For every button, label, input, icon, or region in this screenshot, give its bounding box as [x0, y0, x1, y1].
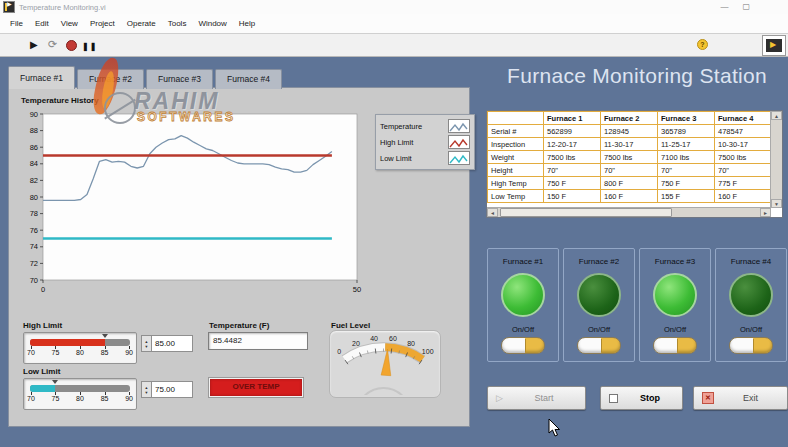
menu-project[interactable]: Project — [84, 19, 121, 28]
window-title: Temperature Monitoring.vi — [19, 3, 106, 12]
svg-text:80: 80 — [407, 340, 415, 347]
slider-tick-label: 90 — [125, 349, 133, 356]
table-cell: 128945 — [601, 125, 658, 138]
row-label: High Temp — [488, 177, 544, 190]
legend-item-high-limit[interactable]: High Limit — [380, 134, 470, 150]
table-header-furnace-1: Furnace 1 — [544, 112, 601, 125]
low-limit-value[interactable]: 75.00 — [152, 381, 193, 398]
svg-text:0: 0 — [337, 348, 341, 355]
table-cell: 11-25-17 — [658, 138, 715, 151]
table-row: Height70"70"70"70" — [488, 164, 772, 177]
table-row: Low Temp150 F160 F155 F160 F — [488, 190, 772, 203]
svg-text:78: 78 — [30, 209, 38, 218]
tab-furnace-1[interactable]: Furnace #1 — [8, 66, 75, 89]
svg-text:100: 100 — [422, 348, 434, 355]
table-cell: 750 F — [544, 177, 601, 190]
menu-edit[interactable]: Edit — [29, 19, 55, 28]
table-cell: 12-20-17 — [544, 138, 601, 151]
scroll-left-icon[interactable]: ◄ — [487, 208, 498, 217]
table-vertical-scrollbar[interactable]: ▲ ▼ — [770, 111, 782, 208]
svg-text:88: 88 — [30, 126, 38, 135]
legend-label: Low Limit — [380, 154, 412, 163]
stop-square-icon — [609, 394, 618, 403]
furnace-tabs: Furnace #1Furnace #2Furnace #3Furnace #4 — [8, 66, 284, 88]
menu-operate[interactable]: Operate — [121, 19, 162, 28]
context-help-icon[interactable]: ? — [697, 39, 708, 50]
high-limit-spinner[interactable]: ▴▾ — [141, 335, 152, 352]
scrollbar-thumb[interactable] — [500, 208, 672, 217]
furnace-2-onoff-toggle[interactable] — [577, 337, 621, 354]
furnace-info-table: Furnace 1Furnace 2Furnace 3Furnace 4Seri… — [486, 110, 783, 218]
slider-tick-label: 80 — [76, 349, 84, 356]
title-bar: Temperature Monitoring.vi — ▢ — [0, 0, 788, 14]
run-continuous-icon[interactable]: ⟳ — [48, 37, 57, 52]
svg-text:80: 80 — [30, 193, 38, 202]
furnace-3-onoff-toggle[interactable] — [653, 337, 697, 354]
svg-text:50: 50 — [353, 285, 361, 294]
furnace-panel-label: Furnace #4 — [716, 257, 786, 266]
run-icon[interactable]: ▶ — [30, 37, 38, 52]
exit-button[interactable]: ✕ Exit — [693, 386, 788, 410]
table-cell: 155 F — [658, 190, 715, 203]
chart-title: Temperature History — [21, 96, 99, 105]
exit-x-icon: ✕ — [702, 392, 714, 404]
tab-furnace-3[interactable]: Furnace #3 — [146, 69, 213, 89]
mouse-cursor — [548, 418, 562, 438]
table-cell: 365789 — [658, 125, 715, 138]
table-cell: 750 F — [658, 177, 715, 190]
table-cell: 562899 — [544, 125, 601, 138]
furnace-1-led-indicator — [501, 273, 545, 317]
low-limit-spinner[interactable]: ▴▾ — [141, 381, 152, 398]
row-label: Height — [488, 164, 544, 177]
table-cell: 7500 lbs — [715, 151, 772, 164]
legend-item-temperature[interactable]: Temperature — [380, 118, 470, 134]
tab-furnace-4[interactable]: Furnace #4 — [215, 69, 282, 89]
furnace-status-panels: Furnace #1On/OffFurnace #2On/OffFurnace … — [487, 248, 787, 362]
menu-help[interactable]: Help — [233, 19, 261, 28]
high-limit-numeric: ▴▾ 85.00 — [141, 335, 193, 352]
table-cell: 150 F — [544, 190, 601, 203]
plot-style-icon — [448, 119, 470, 133]
table-cell: 160 F — [601, 190, 658, 203]
svg-text:76: 76 — [30, 226, 38, 235]
row-label: Low Temp — [488, 190, 544, 203]
table-header-furnace-3: Furnace 3 — [658, 112, 715, 125]
furnace-1-onoff-toggle[interactable] — [501, 337, 545, 354]
table-cell: 70" — [544, 164, 601, 177]
furnace-panel-1: Furnace #1On/Off — [487, 248, 559, 362]
low-limit-slider[interactable]: 7075808590 — [23, 378, 137, 410]
menu-window[interactable]: Window — [192, 19, 232, 28]
temperature-display: 85.4482 — [208, 332, 308, 350]
table-cell: 160 F — [715, 190, 772, 203]
scroll-down-icon[interactable]: ▼ — [771, 199, 782, 208]
pause-icon[interactable]: ❚❚ — [82, 39, 97, 54]
scroll-right-icon[interactable]: ► — [760, 208, 771, 217]
minimize-button[interactable]: — — [720, 0, 728, 14]
furnace-3-led-indicator — [653, 273, 697, 317]
fuel-level-label: Fuel Level — [331, 321, 370, 330]
maximize-button[interactable]: ▢ — [742, 0, 750, 14]
legend-item-low-limit[interactable]: Low Limit — [380, 150, 470, 166]
menu-view[interactable]: View — [55, 19, 84, 28]
table-cell: 10-30-17 — [715, 138, 772, 151]
table-horizontal-scrollbar[interactable]: ◄ ► — [487, 207, 771, 217]
high-limit-slider[interactable]: 7075808590 — [23, 332, 137, 364]
scroll-up-icon[interactable]: ▲ — [771, 111, 782, 120]
svg-text:72: 72 — [30, 259, 38, 268]
start-button[interactable]: ▷ Start — [487, 386, 586, 410]
abort-icon[interactable] — [66, 40, 77, 51]
fuel-level-gauge: 020406080100 — [329, 330, 441, 398]
stop-button[interactable]: Stop — [600, 386, 683, 410]
menu-tools[interactable]: Tools — [162, 19, 193, 28]
high-limit-value[interactable]: 85.00 — [152, 335, 193, 352]
menu-file[interactable]: File — [4, 19, 29, 28]
svg-text:0: 0 — [41, 285, 45, 294]
labview-app-icon — [3, 1, 15, 13]
furnace-4-onoff-toggle[interactable] — [729, 337, 773, 354]
slider-tick-label: 70 — [27, 395, 35, 402]
table-row: Weight7500 lbs7500 lbs7100 lbs7500 lbs — [488, 151, 772, 164]
high-limit-label: High Limit — [23, 321, 62, 330]
svg-text:70: 70 — [30, 276, 38, 285]
tab-furnace-2[interactable]: Furnace #2 — [77, 69, 144, 89]
furnace-2-led-indicator — [577, 273, 621, 317]
